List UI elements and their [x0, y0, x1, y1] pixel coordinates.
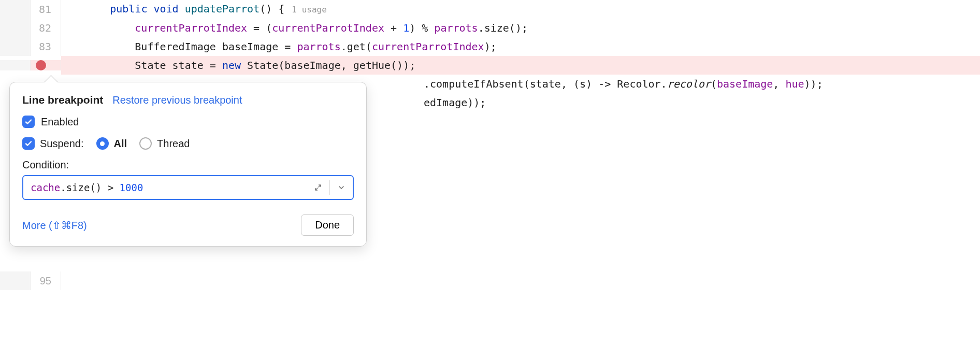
enabled-label: Enabled: [41, 116, 79, 128]
suspend-thread-radio[interactable]: [139, 137, 152, 150]
breakpoint-popup: Line breakpoint Restore previous breakpo…: [9, 82, 367, 247]
suspend-all-label: All: [114, 138, 127, 150]
gutter-breakpoint[interactable]: [0, 60, 61, 70]
condition-input[interactable]: cache.size() > 1000: [22, 175, 354, 200]
suspend-all-radio[interactable]: [96, 137, 109, 150]
expand-icon[interactable]: [307, 176, 329, 199]
gutter[interactable]: 82: [0, 19, 61, 37]
enabled-checkbox[interactable]: [22, 116, 35, 128]
check-icon: [24, 118, 33, 126]
line-number: 82: [39, 22, 51, 34]
breakpoint-icon[interactable]: [36, 60, 46, 70]
usages-hint[interactable]: 1 usage: [284, 5, 326, 15]
done-button[interactable]: Done: [301, 214, 354, 236]
code-line-81: 81 public void updateParrot() {1 usage: [0, 0, 980, 19]
restore-breakpoint-link[interactable]: Restore previous breakpoint: [112, 94, 242, 106]
code-line-83: 83 BufferedImage baseImage = parrots.get…: [0, 37, 980, 56]
suspend-label: Suspend:: [40, 138, 84, 150]
code-line-82: 82 currentParrotIndex = (currentParrotIn…: [0, 19, 980, 37]
suspend-checkbox[interactable]: [22, 137, 35, 150]
line-number: 83: [39, 40, 51, 53]
more-link[interactable]: More (⇧⌘F8): [22, 219, 87, 232]
line-number: 81: [39, 3, 51, 16]
gutter[interactable]: 95: [0, 271, 61, 290]
code-line-breakpoint: State state = new State(baseImage, getHu…: [0, 56, 980, 75]
line-number: 95: [40, 275, 51, 286]
condition-label: Condition:: [22, 159, 354, 171]
gutter[interactable]: 81: [0, 0, 61, 19]
chevron-down-icon[interactable]: [330, 176, 353, 199]
check-icon: [24, 139, 33, 148]
gutter[interactable]: 83: [0, 37, 61, 56]
popup-title: Line breakpoint: [22, 94, 103, 106]
suspend-thread-label: Thread: [157, 138, 190, 150]
